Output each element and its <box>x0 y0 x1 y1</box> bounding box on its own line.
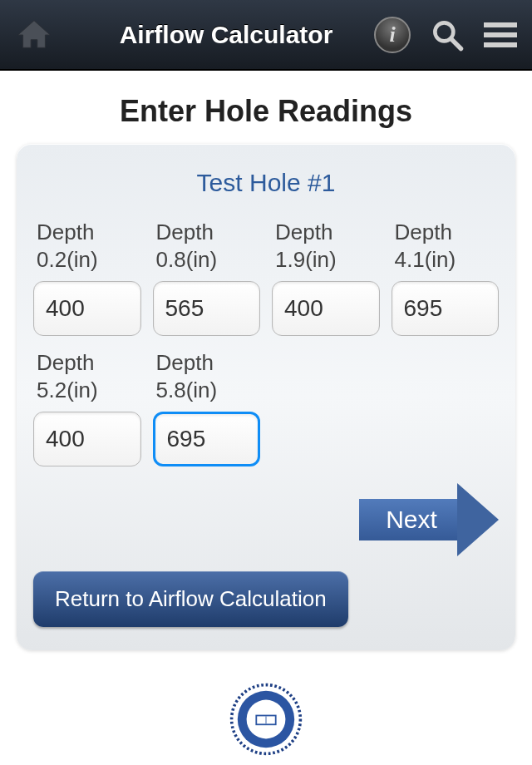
depth-input-5[interactable] <box>153 412 261 466</box>
depth-input-4[interactable] <box>33 412 141 466</box>
depth-label: Depth1.9(in) <box>272 219 380 273</box>
depth-label: Depth5.8(in) <box>153 349 261 403</box>
arrow-right-icon <box>457 483 499 556</box>
depth-input-1[interactable] <box>153 281 261 336</box>
depth-label: Depth5.2(in) <box>33 349 141 403</box>
svg-rect-3 <box>484 32 517 37</box>
app-header: Airflow Calculator i <box>0 0 532 71</box>
next-button[interactable]: Next <box>359 483 499 556</box>
readings-grid: Depth0.2(in)Depth0.8(in)Depth1.9(in)Dept… <box>33 219 499 466</box>
return-button-label: Return to Airflow Calculation <box>55 586 327 611</box>
return-button[interactable]: Return to Airflow Calculation <box>33 571 348 627</box>
next-button-label: Next <box>386 506 437 534</box>
depth-field-1: Depth0.8(in) <box>153 219 261 336</box>
header-title: Airflow Calculator <box>58 21 369 49</box>
home-icon[interactable] <box>15 16 53 54</box>
depth-input-3[interactable] <box>392 281 500 336</box>
depth-field-4: Depth5.2(in) <box>33 349 141 466</box>
depth-label: Depth0.2(in) <box>33 219 141 273</box>
card-title: Test Hole #1 <box>33 169 499 197</box>
menu-icon[interactable] <box>484 21 517 49</box>
depth-input-0[interactable] <box>33 281 141 336</box>
depth-label: Depth4.1(in) <box>392 219 500 273</box>
depth-field-5: Depth5.8(in) <box>153 349 261 466</box>
carrier-university-logo <box>229 682 303 757</box>
depth-field-0: Depth0.2(in) <box>33 219 141 336</box>
page-title: Enter Hole Readings <box>0 94 532 129</box>
svg-line-1 <box>451 38 461 48</box>
depth-field-2: Depth1.9(in) <box>272 219 380 336</box>
svg-rect-4 <box>484 42 517 47</box>
depth-input-2[interactable] <box>272 281 380 336</box>
depth-label: Depth0.8(in) <box>153 219 261 273</box>
readings-card: Test Hole #1 Depth0.2(in)Depth0.8(in)Dep… <box>17 144 515 650</box>
svg-rect-2 <box>484 22 517 27</box>
depth-field-3: Depth4.1(in) <box>392 219 500 336</box>
footer-logo-wrap <box>0 682 532 757</box>
info-icon[interactable]: i <box>374 17 411 53</box>
search-icon[interactable] <box>429 17 466 53</box>
